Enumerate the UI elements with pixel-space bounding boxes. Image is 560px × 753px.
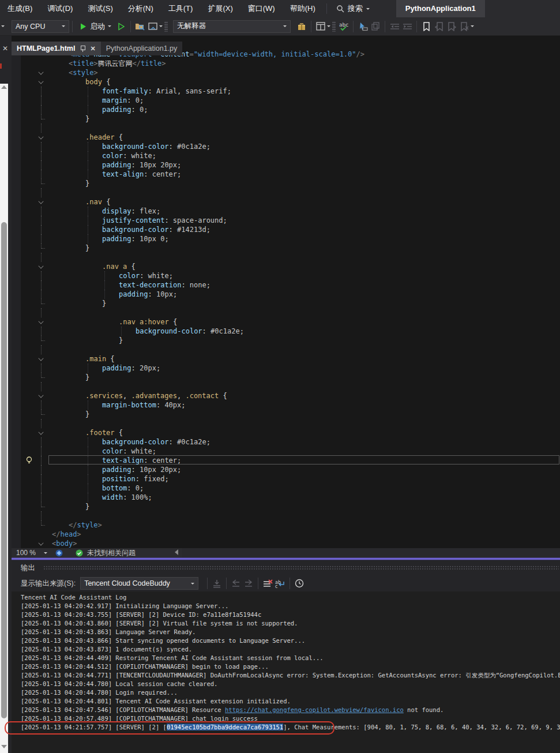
close-icon[interactable]: ✕ [0, 43, 10, 54]
output-source-combo[interactable]: Tencent Cloud CodeBuddy [80, 577, 198, 590]
menu-item[interactable]: 调试(D) [40, 0, 80, 17]
code-line[interactable]: margin-bottom: 40px; [12, 400, 560, 410]
folder-search-icon[interactable] [134, 20, 146, 33]
log-line[interactable]: [2025-01-13 04:20:44.780] Local session … [21, 680, 560, 688]
check-circle-icon[interactable] [76, 549, 83, 557]
code-line[interactable]: padding: 10px 20px; [12, 160, 560, 170]
code-line[interactable]: position: fixed; [12, 474, 560, 484]
menu-item[interactable]: 测试(S) [80, 0, 120, 17]
fold-chevron-icon[interactable] [38, 134, 43, 139]
gift-icon[interactable] [295, 20, 308, 33]
clear-all-icon[interactable] [261, 576, 274, 590]
code-line[interactable]: background-color: #0c1a2e; [12, 437, 560, 447]
code-line[interactable]: text-decoration: none; [12, 280, 560, 290]
menu-item[interactable]: 工具(T) [161, 0, 201, 17]
platform-combo[interactable]: Any CPU [12, 20, 69, 33]
fold-chevron-icon[interactable] [38, 69, 43, 74]
fold-chevron-icon[interactable] [38, 263, 43, 268]
fold-chevron-icon[interactable] [38, 429, 43, 434]
log-line[interactable]: [2025-01-13 04:20:44.801] Tencent AI Cod… [21, 697, 560, 706]
log-line[interactable]: [2025-01-13 04:20:44.771] [TENCENTCLOUDA… [21, 671, 560, 680]
log-line[interactable]: [2025-01-13 04:20:47.546] [COPILOTCHATMA… [21, 706, 560, 714]
output-log[interactable]: Tencent AI Code Assistant Log[2025-01-13… [21, 593, 560, 753]
gem-icon[interactable] [55, 549, 63, 557]
code-line[interactable]: background-color: #14213d; [12, 225, 560, 234]
code-line[interactable] [12, 308, 560, 317]
window-layout-icon[interactable] [314, 20, 327, 33]
code-line[interactable]: <title>腾讯云官网</title> [12, 59, 560, 68]
code-line[interactable] [12, 419, 560, 428]
log-line[interactable]: Tencent AI Code Assistant Log [21, 593, 560, 602]
zoom-combo[interactable]: 100 % [12, 549, 52, 557]
menu-item[interactable]: 生成(B) [0, 0, 40, 17]
log-link[interactable]: https://chat.gongfeng-copilot.webview/fa… [225, 706, 404, 713]
start-without-debug-button[interactable] [115, 20, 127, 33]
word-wrap-icon[interactable]: abc [274, 576, 287, 590]
log-line[interactable]: [2025-01-13 04:20:42.917] Initializing L… [21, 602, 560, 610]
code-content[interactable]: <meta name="viewport" content="width=dev… [12, 36, 560, 548]
code-line[interactable]: } [12, 114, 560, 123]
pin-icon[interactable] [80, 45, 85, 52]
fold-chevron-icon[interactable] [38, 540, 43, 545]
scroll-down-arrow[interactable] [1, 745, 7, 748]
code-line[interactable]: color: white; [12, 151, 560, 160]
code-line[interactable]: </head> [12, 530, 560, 539]
code-line[interactable]: } [12, 373, 560, 382]
code-line[interactable]: display: flex; [12, 207, 560, 216]
code-line[interactable]: <body> [12, 539, 560, 548]
fold-chevron-icon[interactable] [38, 198, 43, 204]
lightbulb-icon[interactable] [25, 456, 33, 464]
code-line[interactable]: } [12, 410, 560, 419]
overflow-chevron-icon[interactable] [471, 25, 474, 27]
fold-chevron-icon[interactable] [38, 78, 43, 84]
code-line[interactable]: </style> [12, 520, 560, 530]
fold-chevron-icon[interactable] [38, 392, 43, 398]
code-line[interactable]: padding: 20px; [12, 364, 560, 373]
code-line[interactable]: body { [12, 77, 560, 87]
code-line[interactable]: padding: 10px; [12, 290, 560, 299]
start-debug-button[interactable]: 启动 [76, 21, 115, 32]
code-line[interactable]: } [12, 336, 560, 345]
bookmark-icon[interactable] [420, 20, 433, 33]
code-line[interactable]: text-align: center; [12, 456, 560, 465]
code-line[interactable]: justify-content: space-around; [12, 216, 560, 225]
code-line[interactable]: text-align: center; [12, 170, 560, 179]
code-line[interactable]: margin: 0; [12, 96, 560, 105]
fold-chevron-icon[interactable] [38, 355, 43, 361]
code-line[interactable]: font-family: Arial, sans-serif; [12, 87, 560, 96]
code-line[interactable] [12, 253, 560, 262]
menu-item[interactable]: 帮助(H) [283, 0, 323, 17]
fold-chevron-icon[interactable] [38, 319, 43, 324]
overflow-chevron-icon[interactable] [1, 25, 5, 27]
code-line[interactable] [12, 123, 560, 133]
code-line[interactable]: color: white; [12, 447, 560, 456]
log-line[interactable]: [2025-01-13 04:20:43.863] Language Serve… [21, 628, 560, 636]
spell-check-icon[interactable]: abc [337, 20, 350, 33]
code-line[interactable]: <style> [12, 68, 560, 77]
vertical-scrollbar[interactable] [0, 84, 8, 753]
code-line[interactable]: width: 100%; [12, 493, 560, 502]
menu-item[interactable]: 扩展(X) [200, 0, 240, 17]
code-line[interactable]: padding: 10px 20px; [12, 465, 560, 474]
code-line[interactable]: .nav { [12, 197, 560, 207]
menu-item[interactable]: 窗口(W) [240, 0, 283, 17]
interpreter-combo[interactable]: 无解释器 [173, 20, 291, 33]
code-line[interactable]: } [12, 299, 560, 308]
menu-item[interactable]: 分析(N) [121, 0, 161, 17]
log-line[interactable]: [2025-01-13 04:20:43.873] 1 document(s) … [21, 645, 560, 654]
code-line[interactable]: bottom: 0; [12, 484, 560, 493]
chevron-down-icon[interactable] [159, 25, 163, 27]
output-title-bar[interactable]: 输出 [12, 560, 560, 575]
scrollbar-thumb[interactable] [1, 222, 7, 718]
tab-HTMLPage1.html[interactable]: HTMLPage1.html✕ [12, 42, 101, 55]
scroll-up-arrow[interactable] [1, 85, 7, 89]
log-line[interactable]: [2025-01-13 04:20:43.866] Start syncing … [21, 636, 560, 645]
code-editor[interactable]: <meta name="viewport" content="width=dev… [12, 36, 560, 557]
toolbar-grip[interactable] [164, 21, 168, 32]
tab-PythonApplication1.py[interactable]: PythonApplication1.py [101, 42, 183, 55]
code-line[interactable]: } [12, 243, 560, 253]
code-line[interactable]: .footer { [12, 428, 560, 437]
log-line[interactable]: [2025-01-13 04:20:57.489] [COPILOTCHATMA… [21, 714, 560, 723]
code-line[interactable]: .nav a:hover { [12, 317, 560, 327]
code-line[interactable]: padding: 0; [12, 105, 560, 114]
